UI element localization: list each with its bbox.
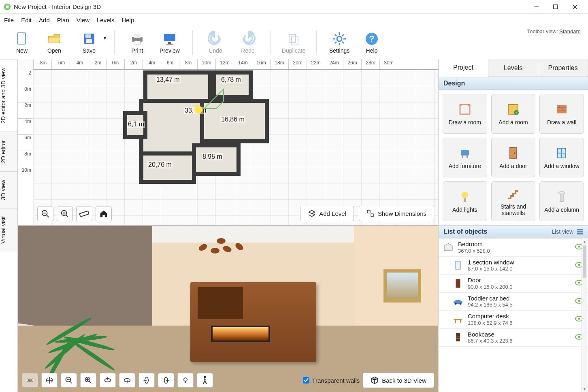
scroll-up-arrow[interactable]: ▴ (582, 238, 587, 245)
object-icon (452, 296, 464, 306)
object-row[interactable]: Toddler car bed94.2 x 185.9 x 54.5 (439, 293, 588, 311)
scene-cabinet (190, 282, 316, 362)
view-top-button[interactable] (100, 373, 116, 388)
design-btn-icon (554, 190, 569, 204)
menu-add[interactable]: Add (39, 17, 50, 23)
transparent-walls-input[interactable] (303, 377, 309, 383)
ruler-tick: 24m (325, 59, 343, 69)
object-dimensions: 367.0 x 528.0 (458, 248, 571, 254)
undo-button[interactable]: Undo (199, 28, 232, 57)
svg-point-94 (578, 300, 580, 302)
scroll-down-arrow[interactable]: ▾ (582, 386, 587, 392)
object-row[interactable]: Computer desk138.0 x 62.9 x 74.6 (439, 311, 588, 329)
tab-project[interactable]: Project (439, 59, 488, 77)
walk-button[interactable] (197, 373, 213, 388)
menu-file[interactable]: File (4, 17, 14, 23)
pan-button[interactable] (41, 373, 58, 388)
zoom-in-3d-button[interactable] (80, 373, 96, 388)
svg-point-71 (514, 152, 516, 153)
show-dimensions-button[interactable]: Show Dimensions (359, 206, 434, 221)
transparent-walls-checkbox[interactable]: Transparent walls (303, 377, 360, 384)
side-tab-2d-editor[interactable]: 2D editor (0, 132, 17, 171)
zoom-in-button[interactable] (57, 207, 73, 221)
object-name: Computer desk (468, 313, 571, 320)
zoom-out-3d-button[interactable] (61, 373, 77, 388)
svg-rect-68 (462, 156, 463, 158)
plan-3d-viewport[interactable]: 360 Transparent walls Back to 3D View (18, 226, 438, 392)
open-button[interactable]: Open (38, 28, 70, 57)
svg-point-83 (578, 246, 580, 248)
view-left-button[interactable] (138, 373, 155, 388)
object-row[interactable]: Bedroom367.0 x 528.0 (439, 239, 588, 257)
design-btn-icon (458, 102, 472, 117)
tab-properties[interactable]: Properties (538, 59, 588, 77)
ruler-tick: 0m (106, 59, 124, 69)
svg-rect-10 (86, 39, 92, 43)
lighting-button[interactable] (177, 373, 194, 388)
minimize-button[interactable] (526, 0, 546, 14)
design-btn-draw-a-wall[interactable]: Draw a wall (539, 94, 584, 134)
design-btn-add-a-room[interactable]: +Add a room (491, 94, 536, 134)
duplicate-button[interactable]: Duplicate (277, 28, 310, 57)
ruler-tick: 30m (379, 59, 398, 69)
menu-plan[interactable]: Plan (57, 17, 69, 23)
side-tab-3d-view[interactable]: 3D view (0, 171, 17, 208)
design-btn-add-a-window[interactable]: Add a window (539, 138, 584, 177)
measure-button[interactable] (76, 207, 92, 221)
list-view-toggle[interactable]: List view (552, 228, 573, 235)
design-btn-add-a-column[interactable]: Add a column (539, 181, 584, 221)
side-tab-2d-3d[interactable]: 2D editor and 3D view (0, 59, 17, 132)
back-to-3d-button[interactable]: Back to 3D View (363, 373, 434, 388)
svg-marker-30 (204, 89, 224, 109)
object-row[interactable]: 1 section window87.0 x 15.0 x 142.0 (439, 257, 588, 275)
ruler-tick: 2 (18, 70, 33, 86)
menu-view[interactable]: View (77, 17, 89, 23)
view-right-button[interactable] (158, 373, 174, 388)
ruler-tick: 14m (234, 59, 252, 69)
object-row[interactable]: Bookcase86.7 x 40.3 x 223.6 (439, 329, 588, 347)
scrollbar-thumb[interactable] (583, 245, 586, 278)
print-button[interactable]: Print (121, 28, 153, 57)
plan-2d-viewport[interactable]: -8m-6m-4m-2m0m2m4m6m8m10m12m14m16m18m20m… (18, 59, 438, 226)
design-btn-draw-a-room[interactable]: Draw a room (443, 94, 487, 134)
toolbar-view-link[interactable]: Standard (559, 28, 581, 34)
room-area-label: 6,78 m (220, 76, 242, 83)
close-button[interactable] (565, 0, 585, 14)
design-btn-label: Draw a wall (547, 119, 576, 126)
side-tab-virtual-visit[interactable]: Virtual visit (0, 208, 17, 251)
design-btn-label: Add a door (499, 163, 527, 169)
maximize-button[interactable] (546, 0, 565, 14)
list-view-icon[interactable] (577, 228, 583, 235)
menu-help[interactable]: Help (121, 17, 134, 23)
help-button[interactable]: ? Help (356, 28, 388, 57)
save-button[interactable]: Save (70, 28, 108, 57)
new-button[interactable]: New (6, 28, 38, 57)
menu-levels[interactable]: Levels (97, 17, 114, 23)
zoom-out-button[interactable] (37, 207, 53, 221)
design-btn-add-furniture[interactable]: Add furniture (443, 138, 487, 177)
view-front-button[interactable] (119, 373, 135, 388)
design-btn-add-lights[interactable]: Add lights (443, 181, 487, 221)
floorplan[interactable]: 13,47 m 6,78 m 33, 9 m 16,86 m 6,1 m 20,… (139, 70, 277, 188)
design-btn-stairs-and-stairwells[interactable]: Stairs and stairwells (491, 181, 536, 221)
svg-line-32 (47, 215, 49, 217)
design-btn-add-a-door[interactable]: Add a door (491, 138, 536, 177)
menu-edit[interactable]: Edit (21, 17, 32, 23)
svg-point-98 (578, 318, 580, 320)
design-btn-label: Add furniture (449, 163, 481, 169)
preview-button[interactable]: Preview (153, 28, 186, 57)
help-icon: ? (364, 31, 379, 47)
object-dimensions: 87.0 x 15.0 x 142.0 (468, 266, 571, 272)
objects-list[interactable]: Bedroom367.0 x 528.01 section window87.0… (439, 238, 588, 392)
svg-rect-12 (134, 34, 141, 38)
settings-button[interactable]: Settings (323, 28, 356, 57)
svg-rect-99 (456, 333, 460, 341)
redo-button[interactable]: Redo (232, 28, 264, 57)
tab-levels[interactable]: Levels (488, 59, 538, 77)
svg-point-91 (455, 303, 457, 305)
home-button[interactable] (96, 207, 112, 221)
objects-scrollbar[interactable]: ▴ ▾ (582, 238, 587, 392)
add-level-button[interactable]: Add Level (300, 206, 354, 221)
view-360-button[interactable]: 360 (22, 373, 38, 388)
object-row[interactable]: Door90.0 x 15.0 x 200.0 (439, 275, 588, 293)
